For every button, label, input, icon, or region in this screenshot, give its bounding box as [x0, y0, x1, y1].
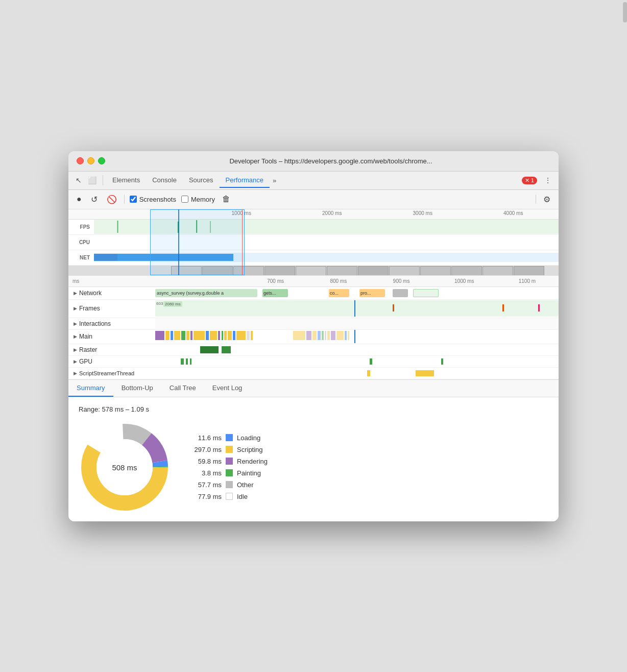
- more-tabs-button[interactable]: »: [270, 175, 279, 186]
- tab-summary[interactable]: Summary: [68, 380, 113, 397]
- tab-elements[interactable]: Elements: [106, 173, 146, 188]
- network-block-co: co...: [329, 289, 349, 297]
- network-block-pro: pro...: [359, 289, 385, 297]
- svg-rect-10: [181, 331, 185, 340]
- timeline-header: ms 700 ms 800 ms 900 ms 1000 ms 1100 m: [68, 276, 559, 287]
- minimize-button[interactable]: [87, 157, 94, 164]
- arrow-interactions: ▶: [74, 321, 77, 326]
- clear-button[interactable]: 🚫: [105, 194, 119, 205]
- title-bar: Developer Tools – https://developers.goo…: [68, 151, 559, 172]
- screenshot-thumb-4: [264, 266, 295, 276]
- arrow-main: ▶: [74, 334, 77, 339]
- gpu-block-3: [190, 358, 191, 365]
- cpu-label: CPU: [68, 239, 94, 245]
- track-content-raster: [155, 344, 559, 355]
- frames-orange-2: [502, 304, 504, 311]
- ruler-label-1000: 1000 ms: [196, 210, 287, 218]
- scriptstreamer-block-1: [367, 370, 370, 376]
- track-content-gpu: [155, 356, 559, 367]
- tab-console[interactable]: Console: [146, 173, 183, 188]
- arrow-gpu: ▶: [74, 359, 77, 364]
- maximize-button[interactable]: [98, 157, 105, 164]
- svg-rect-9: [174, 331, 180, 340]
- track-content-main: [155, 329, 559, 344]
- track-label-main[interactable]: ▶ Main: [68, 333, 155, 340]
- arrow-frames: ▶: [74, 306, 77, 311]
- scriptstreamer-label-text: ScriptStreamerThread: [79, 370, 134, 376]
- time-1100: 1100 m: [496, 278, 559, 284]
- svg-rect-1: [178, 222, 179, 233]
- traffic-lights: [77, 157, 105, 164]
- raster-block-1: [200, 346, 219, 353]
- devtools-menu-icon[interactable]: ⋮: [541, 174, 554, 186]
- frames-label-text: Frames: [79, 305, 100, 312]
- network-block-light: [413, 289, 439, 297]
- memory-checkbox[interactable]: [181, 196, 188, 203]
- memory-checkbox-label[interactable]: Memory: [181, 196, 215, 203]
- performance-toolbar: ● ↺ 🚫 Screenshots Memory 🗑 ⚙: [68, 190, 559, 209]
- tab-call-tree[interactable]: Call Tree: [161, 380, 204, 397]
- timeline-detail[interactable]: ms 700 ms 800 ms 900 ms 1000 ms 1100 m ▶…: [68, 276, 559, 380]
- svg-rect-12: [190, 331, 192, 340]
- legend-name-other: Other: [237, 481, 254, 489]
- track-interactions: ▶ Interactions: [68, 318, 559, 330]
- frames-blue-bar: [354, 300, 355, 317]
- track-frames: ▶ Frames 603.6 ms 2060 ms: [68, 300, 559, 318]
- svg-rect-24: [293, 331, 305, 340]
- legend-name-idle: Idle: [237, 493, 248, 500]
- screenshots-checkbox[interactable]: [130, 196, 137, 203]
- track-content-interactions: [155, 318, 559, 329]
- svg-rect-7: [165, 331, 170, 340]
- close-button[interactable]: [77, 157, 84, 164]
- screenshots-checkbox-label[interactable]: Screenshots: [130, 196, 176, 203]
- screenshots-label: Screenshots: [139, 196, 176, 203]
- track-label-gpu[interactable]: ▶ GPU: [68, 358, 155, 365]
- donut-total-label: 508 ms: [112, 463, 137, 471]
- frames-block-main: 603.6 ms 2060 ms: [155, 300, 559, 317]
- summary-content: 508 ms 11.6 ms Loading 297.0 ms Scriptin…: [79, 421, 548, 513]
- svg-rect-25: [306, 331, 311, 340]
- tab-bottom-up[interactable]: Bottom-Up: [113, 380, 161, 397]
- legend-color-other: [226, 481, 233, 488]
- track-label-interactions[interactable]: ▶ Interactions: [68, 320, 155, 327]
- track-raster: ▶ Raster: [68, 344, 559, 356]
- timeline-overview[interactable]: 1000 ms 2000 ms 3000 ms 4000 ms FPS CPU: [68, 209, 559, 276]
- ruler-label-4000: 4000 ms: [468, 210, 559, 218]
- tab-event-log[interactable]: Event Log: [204, 380, 251, 397]
- reload-button[interactable]: ↺: [89, 194, 100, 205]
- track-label-raster[interactable]: ▶ Raster: [68, 346, 155, 353]
- track-label-scriptstreamer[interactable]: ▶ ScriptStreamerThread: [68, 370, 155, 376]
- element-picker-icon[interactable]: ↖: [73, 174, 85, 186]
- fps-label: FPS: [68, 224, 94, 230]
- screenshot-thumb-3: [233, 266, 264, 276]
- screenshot-thumb-6: [327, 266, 357, 276]
- trash-button[interactable]: 🗑: [220, 194, 232, 205]
- settings-button[interactable]: ⚙: [541, 194, 552, 205]
- screenshot-thumb-1: [171, 266, 202, 276]
- svg-rect-29: [325, 331, 326, 340]
- tab-sources[interactable]: Sources: [183, 173, 220, 188]
- device-toolbar-icon[interactable]: ⬜: [85, 174, 100, 186]
- svg-rect-0: [117, 221, 118, 233]
- svg-rect-14: [206, 331, 209, 340]
- net-bar-secondary: [117, 254, 234, 261]
- legend-color-rendering: [226, 458, 233, 465]
- screenshot-thumb-2: [202, 266, 233, 276]
- gpu-block-2: [186, 358, 188, 365]
- track-content-scriptstreamer: [155, 368, 559, 379]
- track-label-network[interactable]: ▶ Network: [68, 290, 155, 297]
- time-800: 800 ms: [307, 278, 370, 284]
- window-title: Developer Tools – https://developers.goo…: [111, 157, 550, 165]
- legend-loading: 11.6 ms Loading: [191, 434, 268, 442]
- gpu-label-text: GPU: [79, 358, 92, 365]
- svg-rect-18: [224, 331, 227, 340]
- record-button[interactable]: ●: [75, 194, 84, 205]
- track-label-frames[interactable]: ▶ Frames: [68, 305, 155, 312]
- svg-rect-22: [247, 331, 250, 340]
- network-block-grey: [393, 289, 408, 297]
- time-900: 900 ms: [370, 278, 432, 284]
- tab-performance[interactable]: Performance: [220, 173, 270, 188]
- gpu-block-6: [441, 358, 443, 365]
- track-network: ▶ Network async_survey (survey.g.double …: [68, 287, 559, 300]
- legend-value-other: 57.7 ms: [191, 481, 222, 489]
